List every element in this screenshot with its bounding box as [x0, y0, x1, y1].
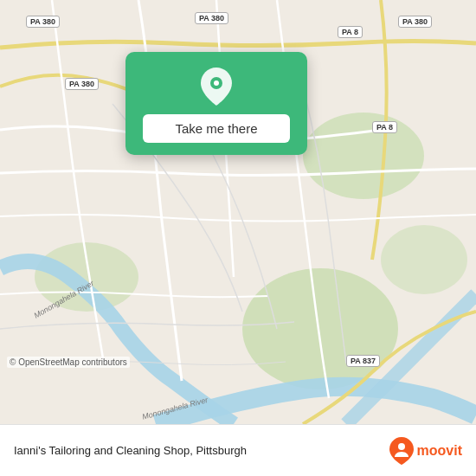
road-label-pa837-br: PA 837: [346, 355, 380, 367]
svg-point-9: [398, 443, 405, 450]
svg-point-4: [381, 225, 467, 294]
road-label-pa380-tl: PA 380: [26, 16, 60, 28]
moovit-brand-text: moovit: [417, 443, 462, 459]
road-label-pa8-tr: PA 8: [338, 26, 363, 38]
svg-point-8: [214, 80, 219, 86]
take-me-there-button[interactable]: Take me there: [143, 114, 290, 143]
moovit-logo-icon: [389, 437, 414, 465]
svg-point-1: [303, 113, 424, 199]
location-label: Ianni's Tailoring and Cleaning Shop, Pit…: [14, 444, 389, 457]
road-label-pa380-ml: PA 380: [65, 78, 99, 90]
road-label-pa8-mr: PA 8: [372, 121, 397, 133]
action-card: Take me there: [125, 52, 307, 155]
location-pin-icon: [197, 68, 235, 106]
copyright-notice: © OpenStreetMap contributors: [7, 357, 130, 368]
map-view: Monongahela River Monongahela River PA 3…: [0, 0, 476, 424]
bottom-bar: Ianni's Tailoring and Cleaning Shop, Pit…: [0, 424, 476, 476]
moovit-logo: moovit: [389, 437, 462, 465]
road-label-pa380-tr: PA 380: [398, 16, 432, 28]
road-label-pa380-tc: PA 380: [195, 12, 228, 24]
